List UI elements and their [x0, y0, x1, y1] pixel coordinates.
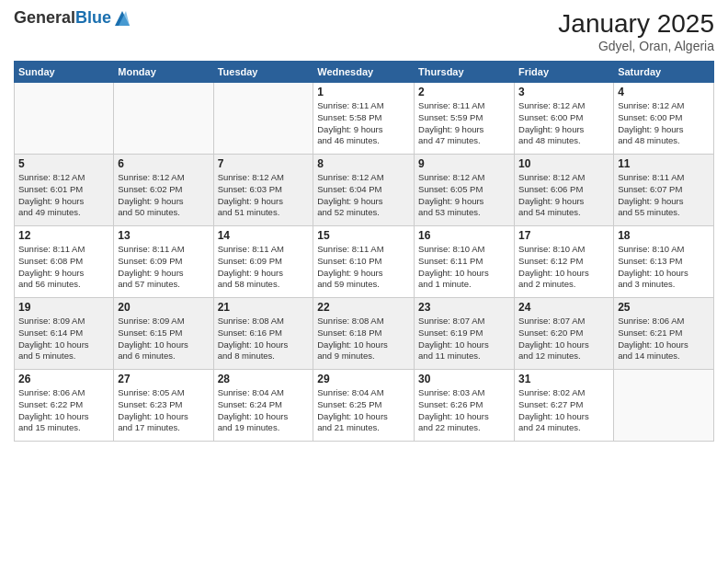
day-info: Sunrise: 8:11 AM Sunset: 5:59 PM Dayligh… [418, 100, 510, 147]
calendar-cell: 6Sunrise: 8:12 AM Sunset: 6:02 PM Daylig… [114, 155, 213, 226]
calendar-cell: 26Sunrise: 8:06 AM Sunset: 6:22 PM Dayli… [15, 370, 114, 442]
calendar-cell: 4Sunrise: 8:12 AM Sunset: 6:00 PM Daylig… [614, 83, 714, 155]
calendar-cell: 13Sunrise: 8:11 AM Sunset: 6:09 PM Dayli… [114, 226, 213, 298]
day-info: Sunrise: 8:10 AM Sunset: 6:12 PM Dayligh… [518, 244, 609, 291]
day-info: Sunrise: 8:11 AM Sunset: 6:08 PM Dayligh… [18, 244, 109, 291]
calendar-cell: 11Sunrise: 8:11 AM Sunset: 6:07 PM Dayli… [614, 155, 714, 226]
day-number: 7 [218, 157, 310, 170]
calendar-week-4: 26Sunrise: 8:06 AM Sunset: 6:22 PM Dayli… [15, 370, 714, 442]
page: GeneralBlue January 2025 Gdyel, Oran, Al… [0, 0, 728, 563]
day-info: Sunrise: 8:06 AM Sunset: 6:22 PM Dayligh… [18, 387, 109, 434]
calendar-cell: 12Sunrise: 8:11 AM Sunset: 6:08 PM Dayli… [15, 226, 114, 298]
day-info: Sunrise: 8:11 AM Sunset: 6:09 PM Dayligh… [118, 244, 209, 291]
day-info: Sunrise: 8:09 AM Sunset: 6:14 PM Dayligh… [18, 316, 109, 362]
day-number: 12 [18, 229, 109, 242]
calendar-cell: 10Sunrise: 8:12 AM Sunset: 6:06 PM Dayli… [515, 155, 614, 226]
day-number: 24 [518, 301, 609, 314]
col-wednesday: Wednesday [313, 62, 415, 83]
day-info: Sunrise: 8:03 AM Sunset: 6:26 PM Dayligh… [418, 387, 510, 434]
calendar-week-2: 12Sunrise: 8:11 AM Sunset: 6:08 PM Dayli… [15, 226, 714, 298]
day-number: 2 [418, 86, 510, 98]
calendar-cell: 23Sunrise: 8:07 AM Sunset: 6:19 PM Dayli… [415, 298, 515, 370]
day-number: 21 [218, 301, 310, 314]
calendar-cell [614, 370, 714, 442]
day-number: 20 [118, 301, 209, 314]
calendar-cell: 18Sunrise: 8:10 AM Sunset: 6:13 PM Dayli… [614, 226, 714, 298]
col-sunday: Sunday [15, 62, 114, 83]
day-number: 3 [518, 86, 609, 98]
calendar-cell: 27Sunrise: 8:05 AM Sunset: 6:23 PM Dayli… [114, 370, 213, 442]
day-number: 8 [317, 157, 410, 170]
day-number: 17 [518, 229, 609, 242]
month-title: January 2025 [558, 9, 714, 39]
day-number: 11 [618, 157, 710, 170]
day-info: Sunrise: 8:12 AM Sunset: 6:04 PM Dayligh… [317, 172, 410, 219]
calendar-cell: 29Sunrise: 8:04 AM Sunset: 6:25 PM Dayli… [313, 370, 415, 442]
day-info: Sunrise: 8:09 AM Sunset: 6:15 PM Dayligh… [118, 316, 209, 362]
calendar-cell: 21Sunrise: 8:08 AM Sunset: 6:16 PM Dayli… [213, 298, 313, 370]
day-info: Sunrise: 8:12 AM Sunset: 6:06 PM Dayligh… [518, 172, 609, 219]
day-number: 9 [418, 157, 510, 170]
title-section: January 2025 Gdyel, Oran, Algeria [558, 9, 714, 53]
day-number: 31 [518, 373, 609, 385]
day-number: 1 [317, 86, 410, 98]
day-info: Sunrise: 8:11 AM Sunset: 6:10 PM Dayligh… [317, 244, 410, 291]
calendar-cell: 31Sunrise: 8:02 AM Sunset: 6:27 PM Dayli… [515, 370, 614, 442]
logo-general: GeneralBlue [14, 9, 111, 28]
day-info: Sunrise: 8:12 AM Sunset: 6:01 PM Dayligh… [18, 172, 109, 219]
calendar-cell [114, 83, 213, 155]
day-number: 28 [218, 373, 310, 385]
day-info: Sunrise: 8:11 AM Sunset: 6:07 PM Dayligh… [618, 172, 710, 219]
day-number: 15 [317, 229, 410, 242]
calendar-cell [15, 83, 114, 155]
day-number: 13 [118, 229, 209, 242]
day-info: Sunrise: 8:10 AM Sunset: 6:13 PM Dayligh… [618, 244, 710, 291]
day-number: 30 [418, 373, 510, 385]
day-number: 26 [18, 373, 109, 385]
day-info: Sunrise: 8:12 AM Sunset: 6:02 PM Dayligh… [118, 172, 209, 219]
calendar-cell: 2Sunrise: 8:11 AM Sunset: 5:59 PM Daylig… [415, 83, 515, 155]
calendar-cell [213, 83, 313, 155]
calendar-cell: 24Sunrise: 8:07 AM Sunset: 6:20 PM Dayli… [515, 298, 614, 370]
day-info: Sunrise: 8:12 AM Sunset: 6:00 PM Dayligh… [518, 100, 609, 147]
calendar-cell: 15Sunrise: 8:11 AM Sunset: 6:10 PM Dayli… [313, 226, 415, 298]
calendar-cell: 9Sunrise: 8:12 AM Sunset: 6:05 PM Daylig… [415, 155, 515, 226]
calendar: Sunday Monday Tuesday Wednesday Thursday… [14, 61, 714, 442]
calendar-header-row: Sunday Monday Tuesday Wednesday Thursday… [15, 62, 714, 83]
calendar-cell: 5Sunrise: 8:12 AM Sunset: 6:01 PM Daylig… [15, 155, 114, 226]
calendar-cell: 17Sunrise: 8:10 AM Sunset: 6:12 PM Dayli… [515, 226, 614, 298]
logo-icon [113, 9, 131, 28]
col-saturday: Saturday [614, 62, 714, 83]
calendar-cell: 16Sunrise: 8:10 AM Sunset: 6:11 PM Dayli… [415, 226, 515, 298]
day-info: Sunrise: 8:12 AM Sunset: 6:05 PM Dayligh… [418, 172, 510, 219]
day-number: 5 [18, 157, 109, 170]
calendar-cell: 7Sunrise: 8:12 AM Sunset: 6:03 PM Daylig… [213, 155, 313, 226]
location: Gdyel, Oran, Algeria [558, 39, 714, 53]
calendar-cell: 8Sunrise: 8:12 AM Sunset: 6:04 PM Daylig… [313, 155, 415, 226]
day-number: 27 [118, 373, 209, 385]
header: GeneralBlue January 2025 Gdyel, Oran, Al… [14, 9, 714, 53]
day-info: Sunrise: 8:07 AM Sunset: 6:20 PM Dayligh… [518, 316, 609, 362]
calendar-cell: 3Sunrise: 8:12 AM Sunset: 6:00 PM Daylig… [515, 83, 614, 155]
day-info: Sunrise: 8:12 AM Sunset: 6:00 PM Dayligh… [618, 100, 710, 147]
day-info: Sunrise: 8:06 AM Sunset: 6:21 PM Dayligh… [618, 316, 710, 362]
day-number: 10 [518, 157, 609, 170]
day-info: Sunrise: 8:04 AM Sunset: 6:24 PM Dayligh… [218, 387, 310, 434]
day-info: Sunrise: 8:04 AM Sunset: 6:25 PM Dayligh… [317, 387, 410, 434]
day-number: 29 [317, 373, 410, 385]
calendar-cell: 20Sunrise: 8:09 AM Sunset: 6:15 PM Dayli… [114, 298, 213, 370]
day-info: Sunrise: 8:07 AM Sunset: 6:19 PM Dayligh… [418, 316, 510, 362]
day-number: 19 [18, 301, 109, 314]
calendar-week-0: 1Sunrise: 8:11 AM Sunset: 5:58 PM Daylig… [15, 83, 714, 155]
col-thursday: Thursday [415, 62, 515, 83]
day-number: 4 [618, 86, 710, 98]
day-info: Sunrise: 8:10 AM Sunset: 6:11 PM Dayligh… [418, 244, 510, 291]
day-info: Sunrise: 8:12 AM Sunset: 6:03 PM Dayligh… [218, 172, 310, 219]
day-number: 14 [218, 229, 310, 242]
calendar-cell: 1Sunrise: 8:11 AM Sunset: 5:58 PM Daylig… [313, 83, 415, 155]
col-tuesday: Tuesday [213, 62, 313, 83]
day-info: Sunrise: 8:11 AM Sunset: 5:58 PM Dayligh… [317, 100, 410, 147]
calendar-cell: 19Sunrise: 8:09 AM Sunset: 6:14 PM Dayli… [15, 298, 114, 370]
col-friday: Friday [515, 62, 614, 83]
calendar-cell: 25Sunrise: 8:06 AM Sunset: 6:21 PM Dayli… [614, 298, 714, 370]
